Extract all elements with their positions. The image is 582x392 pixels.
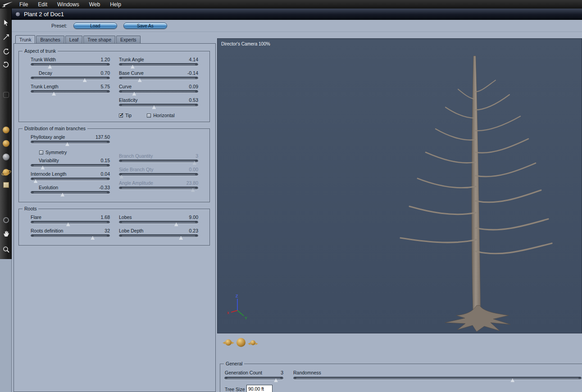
axis-x-label: x (227, 310, 229, 315)
circle-tool-icon[interactable] (1, 215, 10, 224)
menu-edit[interactable]: Edit (33, 0, 52, 9)
generation-count-value[interactable]: 3 (274, 370, 283, 375)
param-value[interactable]: 0.70 (101, 70, 110, 76)
roots-definition-slider[interactable] (31, 234, 110, 240)
tree-size-label: Tree Size (225, 387, 245, 392)
side-branch-qty-slider (119, 173, 198, 178)
axis-gizmo-icon: Z Y x (226, 293, 253, 320)
decay-slider[interactable] (31, 76, 110, 82)
arrow-draw-tool-icon[interactable] (1, 32, 10, 41)
select-tool-icon[interactable] (1, 18, 10, 27)
lobe-depth-slider[interactable] (119, 234, 198, 240)
trunk-length-slider[interactable] (31, 90, 110, 96)
group-general: General Generation Count 3 Randomness Tr… (220, 364, 582, 392)
param-label: Evolution (31, 185, 58, 190)
ringed-sphere-tool-icon[interactable] (1, 168, 10, 177)
param-internode-length: Internode Length0.04 (31, 171, 110, 183)
tab-leaf[interactable]: Leaf (65, 36, 82, 43)
rotate-cw-tool-icon[interactable] (1, 47, 10, 56)
checkbox-box-icon (39, 150, 43, 155)
param-label: Branch Quantity (119, 153, 153, 159)
param-label: Variability (31, 158, 59, 163)
preset-label: Preset: (51, 23, 67, 28)
symmetry-checkbox[interactable]: Symmetry (39, 150, 67, 155)
metal-sphere-tool-icon[interactable] (1, 152, 10, 161)
tip-checkbox[interactable]: Tip (119, 113, 132, 118)
3d-viewport[interactable]: Director's Camera 100% (217, 38, 582, 333)
camera-manipulators (225, 338, 255, 347)
param-decay: Decay0.70 (31, 70, 110, 82)
gold-sphere-tool-icon[interactable] (1, 125, 10, 134)
param-value[interactable]: -0.33 (99, 185, 110, 190)
phyllotaxy-slider[interactable] (31, 140, 110, 146)
base-curve-slider[interactable] (119, 76, 198, 82)
internode-length-slider[interactable] (31, 177, 110, 183)
param-branch-quantity: Branch Quantity3 (119, 153, 198, 165)
tab-experts[interactable]: Experts (116, 36, 141, 43)
trunk-width-slider[interactable] (31, 63, 110, 68)
branch-quantity-slider (119, 159, 198, 165)
tree-size-input[interactable] (246, 385, 273, 392)
param-value[interactable]: 1.20 (101, 57, 110, 62)
param-value[interactable]: 4.14 (189, 57, 198, 62)
generation-count-slider[interactable] (224, 376, 283, 382)
checkbox-box-icon (119, 114, 123, 118)
save-as-button[interactable]: Save As (123, 23, 167, 29)
rotate-ccw-tool-icon[interactable] (1, 60, 10, 69)
param-value[interactable]: -0.14 (187, 70, 198, 76)
tab-tree-shape[interactable]: Tree shape (83, 36, 115, 43)
cube-tool-icon[interactable] (1, 180, 10, 189)
menu-windows[interactable]: Windows (52, 0, 84, 9)
group-aspect-of-trunk: Aspect of trunk Trunk Width1.20 Decay0.7… (18, 51, 210, 122)
param-curve: Curve0.09 (119, 84, 198, 96)
curve-slider[interactable] (119, 90, 198, 96)
dim-tool-icon[interactable] (1, 90, 10, 99)
lobes-slider[interactable] (119, 220, 198, 226)
param-variability: Variability0.15 (31, 158, 110, 169)
param-value[interactable]: 0.09 (189, 84, 198, 89)
flare-slider[interactable] (31, 220, 110, 226)
axis-z-label: Z (236, 294, 238, 298)
pan-hand-tool-icon[interactable] (1, 229, 10, 238)
horizontal-checkbox[interactable]: Horizontal (147, 113, 174, 118)
trunk-angle-slider[interactable] (119, 63, 198, 68)
zoom-tool-icon[interactable] (1, 245, 10, 254)
menubar: File Edit Windows Web Help (0, 0, 582, 9)
elasticity-slider[interactable] (119, 103, 198, 109)
menu-web[interactable]: Web (84, 0, 105, 9)
param-label: Lobes (119, 214, 132, 220)
param-value[interactable]: 9.00 (189, 214, 198, 220)
tab-trunk[interactable]: Trunk (15, 35, 35, 43)
param-value[interactable]: 5.75 (101, 84, 110, 89)
group-title: Aspect of trunk (23, 48, 58, 54)
param-value[interactable]: 1.68 (101, 214, 110, 220)
group-title: General (224, 361, 244, 366)
param-evolution: Evolution-0.33 (31, 185, 110, 196)
load-button[interactable]: Load (73, 23, 117, 29)
angle-amplitude-slider (119, 186, 198, 192)
group-roots: Roots Flare1.68 Roots definition32 (18, 209, 210, 246)
param-value[interactable]: 0.15 (101, 158, 110, 163)
randomness-slider[interactable] (293, 376, 582, 382)
param-phyllotaxy-angle: Phyllotaxy angle137.50 (31, 134, 110, 146)
checkbox-label: Horizontal (153, 113, 174, 118)
orbit-camera-icon[interactable] (225, 339, 232, 346)
group-title: Roots (23, 206, 38, 211)
window-gadget-icon[interactable] (16, 12, 20, 16)
menu-file[interactable]: File (14, 0, 33, 9)
dolly-camera-icon[interactable] (236, 338, 246, 347)
gold-sphere-tool-2-icon[interactable] (1, 139, 10, 148)
param-label: Trunk Length (31, 84, 58, 89)
param-value[interactable]: 0.04 (101, 171, 110, 177)
param-value[interactable]: 137.50 (95, 134, 110, 140)
variability-slider[interactable] (31, 164, 110, 169)
param-elasticity: Elasticity0.53 (119, 97, 198, 109)
evolution-slider[interactable] (31, 191, 110, 196)
param-value[interactable]: 0.53 (189, 97, 198, 103)
param-value[interactable]: 32 (105, 228, 110, 233)
menu-help[interactable]: Help (105, 0, 126, 9)
tab-branches[interactable]: Branches (36, 36, 64, 43)
pan-camera-icon[interactable] (250, 340, 255, 345)
param-value[interactable]: 0.23 (189, 228, 198, 233)
param-trunk-angle: Trunk Angle4.14 (119, 57, 198, 68)
